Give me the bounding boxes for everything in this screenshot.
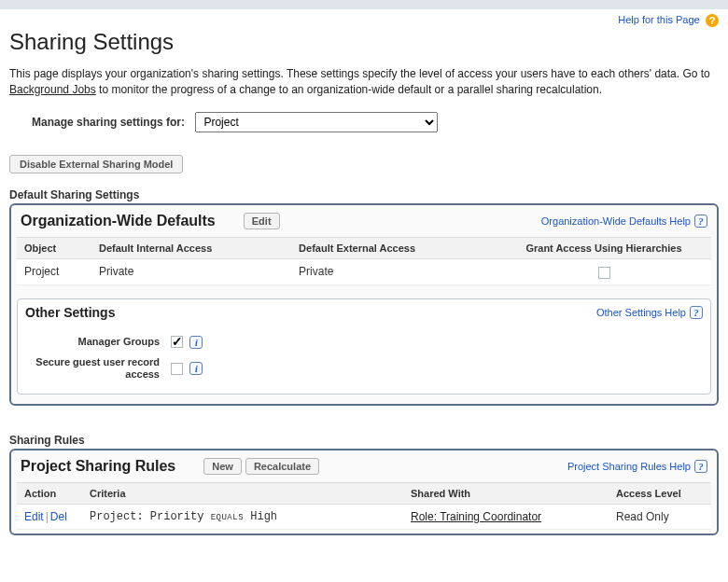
rules-col-action: Action	[17, 482, 82, 504]
default-sharing-section-label: Default Sharing Settings	[9, 188, 719, 201]
rules-new-button[interactable]: New	[203, 458, 242, 475]
intro-text: This page displays your organization's s…	[9, 66, 719, 98]
owd-col-internal: Default Internal Access	[91, 238, 291, 259]
manager-groups-checkbox[interactable]	[171, 336, 183, 348]
rule-del-link[interactable]: Del	[50, 510, 67, 523]
separator: |	[46, 510, 49, 523]
rules-title: Project Sharing Rules	[21, 458, 175, 475]
help-icon[interactable]: ?	[706, 14, 719, 27]
owd-col-object: Object	[17, 238, 91, 259]
table-row: Project Private Private	[17, 259, 711, 284]
rule-shared-link[interactable]: Role: Training Coordinator	[411, 510, 541, 523]
info-icon[interactable]: i	[189, 362, 203, 375]
rule-criteria: Project: Priority EQUALS High	[82, 504, 403, 529]
manager-groups-label: Manager Groups	[18, 331, 167, 353]
table-row: Edit|Del Project: Priority EQUALS High R…	[17, 504, 711, 529]
default-sharing-panel: Organization-Wide Defaults Edit Organiza…	[9, 203, 719, 406]
info-icon[interactable]: ?	[690, 306, 703, 319]
manage-label: Manage sharing settings for:	[32, 116, 185, 129]
rules-help-link[interactable]: Project Sharing Rules Help	[567, 461, 691, 472]
owd-cell-object: Project	[17, 259, 91, 284]
owd-cell-external: Private	[291, 259, 497, 284]
rules-col-criteria: Criteria	[82, 482, 403, 504]
sharing-rules-section-label: Sharing Rules	[9, 434, 719, 447]
disable-external-sharing-button[interactable]: Disable External Sharing Model	[9, 155, 183, 173]
other-title: Other Settings	[25, 305, 115, 320]
secure-guest-checkbox[interactable]	[171, 363, 183, 375]
owd-col-grant: Grant Access Using Hierarchies	[497, 238, 711, 259]
intro-part-1: This page displays your organization's s…	[9, 67, 710, 80]
sharing-rules-panel: Project Sharing Rules New Recalculate Pr…	[9, 449, 719, 535]
other-settings-panel: Other Settings Other Settings Help ? Man…	[17, 298, 711, 395]
manage-select[interactable]: Project	[195, 112, 438, 132]
owd-help-link[interactable]: Organization-Wide Defaults Help	[541, 215, 691, 227]
rule-access: Read Only	[609, 504, 711, 529]
other-help-link[interactable]: Other Settings Help	[596, 307, 686, 318]
owd-edit-button[interactable]: Edit	[244, 213, 280, 229]
intro-part-2: to monitor the progress of a change to a…	[96, 83, 602, 96]
owd-table: Object Default Internal Access Default E…	[17, 237, 711, 284]
rule-edit-link[interactable]: Edit	[24, 510, 44, 523]
owd-col-external: Default External Access	[291, 238, 497, 259]
info-icon[interactable]: ?	[694, 460, 707, 473]
owd-cell-grant	[497, 259, 711, 284]
crit-op: EQUALS	[211, 513, 244, 522]
grant-checkbox[interactable]	[598, 267, 610, 279]
secure-guest-label: Secure guest user record access	[18, 353, 167, 384]
rules-recalc-button[interactable]: Recalculate	[245, 458, 319, 475]
page-title: Sharing Settings	[9, 29, 719, 55]
owd-cell-internal: Private	[91, 259, 291, 284]
crit-val: High	[250, 510, 277, 523]
info-icon[interactable]: i	[189, 336, 203, 349]
rules-table: Action Criteria Shared With Access Level…	[17, 482, 711, 530]
background-jobs-link[interactable]: Background Jobs	[9, 83, 96, 96]
info-icon[interactable]: ?	[694, 215, 707, 228]
owd-title: Organization-Wide Defaults	[21, 213, 216, 229]
crit-field: Project: Priority	[90, 510, 203, 523]
rules-col-shared: Shared With	[403, 482, 609, 504]
rules-col-access: Access Level	[609, 482, 711, 504]
help-for-page-link[interactable]: Help for this Page	[618, 14, 699, 25]
